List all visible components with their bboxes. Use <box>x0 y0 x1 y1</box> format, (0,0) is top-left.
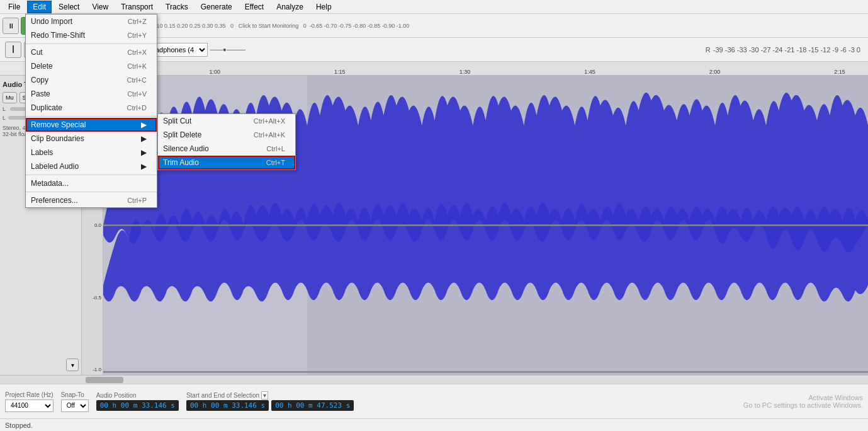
menu-labels[interactable]: Labels ▶ <box>26 146 157 159</box>
selection-end-value: 00 h 00 m 47.523 s <box>271 400 354 411</box>
ruler-canvas: 45 1:00 1:15 1:30 1:45 2:00 2:15 <box>82 62 868 76</box>
project-rate-label: Project Rate (Hz) <box>5 391 54 398</box>
selection-label: Start and End of Selection ▾ <box>186 392 354 399</box>
menu-metadata[interactable]: Metadata... <box>26 176 157 190</box>
ruler-mark-145: 1:45 <box>584 69 595 75</box>
audio-position-value: 00 h 00 m 33.146 s <box>96 400 179 411</box>
snap-to-select[interactable]: Off <box>61 399 89 412</box>
edit-menu-dropdown[interactable]: Undo Import Ctrl+Z Redo Time-Shift Ctrl+… <box>25 14 157 208</box>
ruler-mark-115: 1:15 <box>334 69 346 75</box>
menu-delete[interactable]: Delete Ctrl+K <box>26 59 157 73</box>
menu-help[interactable]: Help <box>310 1 337 13</box>
menu-paste[interactable]: Paste Ctrl+V <box>26 87 157 101</box>
menu-divider-3 <box>26 175 157 175</box>
menu-tracks[interactable]: Tracks <box>160 1 194 13</box>
bottom-status: Stopped. <box>0 418 868 431</box>
scale-10-bot: -1.0 <box>83 367 101 372</box>
activate-windows: Activate Windows Go to PC settings to ac… <box>743 394 863 409</box>
audio-position-item: Audio Position 00 h 00 m 33.146 s <box>96 392 179 411</box>
ruler-mark-200: 2:00 <box>709 69 721 75</box>
menu-file[interactable]: File <box>3 1 26 13</box>
submenu-silence-audio[interactable]: Silence Audio Ctrl+L <box>158 142 295 156</box>
menu-undo-import[interactable]: Undo Import Ctrl+Z <box>26 14 157 28</box>
menu-remove-special[interactable]: Remove Special ▶ <box>26 118 157 132</box>
submenu-split-cut[interactable]: Split Cut Ctrl+Alt+X <box>158 114 295 128</box>
audio-position-label: Audio Position <box>96 392 179 399</box>
input-volume-slider-label: ——●——— <box>210 46 245 53</box>
meter-controls: 🎤 0.05 0.10 0.15 0.20 0.25 0.30 0.35 0 C… <box>125 19 409 33</box>
scrollbar-thumb[interactable] <box>86 377 123 383</box>
menu-cut[interactable]: Cut Ctrl+X <box>26 45 157 59</box>
menu-transport[interactable]: Transport <box>115 1 159 13</box>
remove-special-submenu[interactable]: Split Cut Ctrl+Alt+X Split Delete Ctrl+A… <box>157 113 296 170</box>
horizontal-scrollbar[interactable] <box>0 375 868 384</box>
mute-button[interactable]: Mu <box>3 92 17 103</box>
project-rate-item: Project Rate (Hz) 44100 <box>5 391 54 412</box>
status-text: Stopped. <box>5 422 33 429</box>
menu-duplicate[interactable]: Duplicate Ctrl+D <box>26 101 157 115</box>
menu-view[interactable]: View <box>86 1 114 13</box>
pause-button[interactable]: ⏸ <box>3 18 19 34</box>
menu-labeled-audio[interactable]: Labeled Audio ▶ <box>26 159 157 173</box>
ruler-mark-130: 1:30 <box>459 69 471 75</box>
scale-05-bot: -0.5 <box>83 295 101 301</box>
track-collapse-button[interactable]: ▾ <box>66 359 79 371</box>
ruler-content: 45 1:00 1:15 1:30 1:45 2:00 2:15 <box>82 62 868 76</box>
menu-divider-2 <box>26 116 157 117</box>
menu-bar: File Edit Select View Transport Tracks G… <box>0 0 868 14</box>
input-label: R <box>706 46 711 54</box>
ruler-mark-100: 1:00 <box>210 69 221 75</box>
menu-edit[interactable]: Edit <box>27 1 52 13</box>
menu-clip-boundaries[interactable]: Clip Boundaries ▶ <box>26 132 157 146</box>
menu-preferences[interactable]: Preferences... Ctrl+P <box>26 193 157 207</box>
status-bar: Project Rate (Hz) 44100 Snap-To Off Audi… <box>0 384 868 418</box>
menu-effect[interactable]: Effect <box>239 1 269 13</box>
menu-analyze[interactable]: Analyze <box>271 1 309 13</box>
input-meter: 0.05 0.10 0.15 0.20 0.25 0.30 0.35 0 Cli… <box>139 19 409 33</box>
lr-label: -39 -36 -33 -30 -27 -24 -21 -18 -15 -12 … <box>713 46 860 54</box>
selection-tool-button[interactable]: I <box>5 42 21 58</box>
menu-redo-timeshift[interactable]: Redo Time-Shift Ctrl+Y <box>26 28 157 42</box>
menu-divider-1 <box>26 43 157 44</box>
track-expand-row: ▾ <box>3 359 79 371</box>
submenu-split-delete[interactable]: Split Delete Ctrl+Alt+K <box>158 128 295 142</box>
menu-generate[interactable]: Generate <box>195 1 238 13</box>
project-rate-select[interactable]: 44100 <box>5 399 54 412</box>
menu-copy[interactable]: Copy Ctrl+C <box>26 73 157 87</box>
menu-divider-4 <box>26 192 157 192</box>
selection-item: Start and End of Selection ▾ 00 h 00 m 3… <box>186 392 354 411</box>
submenu-trim-audio[interactable]: Trim Audio Ctrl+T <box>158 156 295 170</box>
ruler-mark-215: 2:15 <box>834 69 845 75</box>
menu-select[interactable]: Select <box>53 1 85 13</box>
snap-to-item: Snap-To Off <box>61 391 89 412</box>
selection-start-value: 00 h 00 m 33.146 s <box>186 400 269 411</box>
scale-00: 0.0 <box>83 222 101 228</box>
snap-to-label: Snap-To <box>61 391 89 398</box>
